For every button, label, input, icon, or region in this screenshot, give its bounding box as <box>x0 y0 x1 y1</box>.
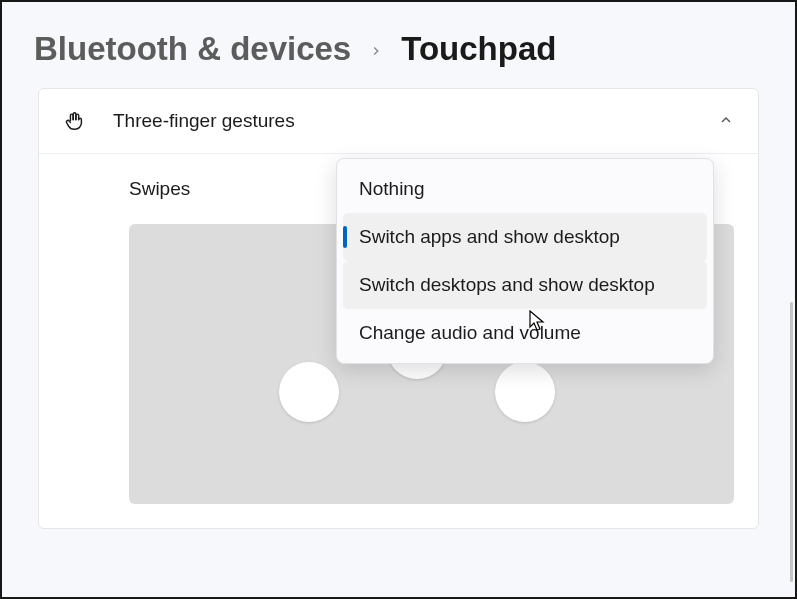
dropdown-option-switch-apps[interactable]: Switch apps and show desktop <box>343 213 707 261</box>
swipes-dropdown[interactable]: Nothing Switch apps and show desktop Swi… <box>336 158 714 364</box>
dropdown-option-switch-desktops[interactable]: Switch desktops and show desktop <box>343 261 707 309</box>
section-title: Three-finger gestures <box>113 110 718 132</box>
hand-icon <box>63 109 87 133</box>
dropdown-option-nothing[interactable]: Nothing <box>343 165 707 213</box>
finger-dot <box>495 362 555 422</box>
swipes-label: Swipes <box>129 178 190 199</box>
dropdown-option-audio-volume[interactable]: Change audio and volume <box>343 309 707 357</box>
three-finger-gestures-header[interactable]: Three-finger gestures <box>39 89 758 154</box>
finger-dot <box>279 362 339 422</box>
chevron-right-icon <box>369 34 383 65</box>
chevron-up-icon <box>718 112 734 131</box>
scrollbar[interactable] <box>790 302 793 582</box>
breadcrumb-current: Touchpad <box>401 30 556 68</box>
breadcrumb: Bluetooth & devices Touchpad <box>2 2 795 88</box>
breadcrumb-parent[interactable]: Bluetooth & devices <box>34 30 351 68</box>
